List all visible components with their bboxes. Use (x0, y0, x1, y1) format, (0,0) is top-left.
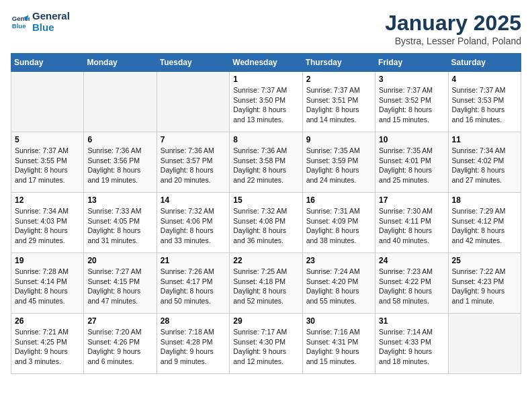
day-info: Sunrise: 7:35 AM Sunset: 3:59 PM Dayligh… (306, 146, 371, 185)
day-info: Sunrise: 7:26 AM Sunset: 4:17 PM Dayligh… (161, 267, 226, 306)
day-number: 4 (452, 75, 517, 84)
calendar-day-cell: 8Sunrise: 7:36 AM Sunset: 3:58 PM Daylig… (230, 132, 302, 193)
day-number: 15 (233, 195, 298, 205)
calendar-subtitle: Bystra, Lesser Poland, Poland (385, 36, 521, 46)
calendar-day-cell: 19Sunrise: 7:28 AM Sunset: 4:14 PM Dayli… (11, 253, 84, 314)
calendar-title: January 2025 (385, 11, 521, 36)
day-info: Sunrise: 7:14 AM Sunset: 4:33 PM Dayligh… (379, 327, 444, 367)
day-number: 12 (15, 195, 80, 205)
day-info: Sunrise: 7:32 AM Sunset: 4:06 PM Dayligh… (161, 206, 226, 246)
calendar-day-cell (11, 72, 84, 132)
day-number: 16 (306, 195, 371, 205)
day-info: Sunrise: 7:24 AM Sunset: 4:20 PM Dayligh… (306, 267, 371, 306)
day-number: 14 (161, 195, 226, 205)
calendar-day-cell: 25Sunrise: 7:22 AM Sunset: 4:23 PM Dayli… (448, 253, 521, 314)
day-info: Sunrise: 7:36 AM Sunset: 3:57 PM Dayligh… (161, 146, 226, 185)
day-info: Sunrise: 7:31 AM Sunset: 4:09 PM Dayligh… (306, 206, 371, 246)
calendar-day-cell: 20Sunrise: 7:27 AM Sunset: 4:15 PM Dayli… (84, 253, 157, 314)
day-number: 29 (233, 316, 298, 326)
calendar-day-cell: 4Sunrise: 7:37 AM Sunset: 3:53 PM Daylig… (448, 72, 521, 132)
calendar-day-cell: 18Sunrise: 7:29 AM Sunset: 4:12 PM Dayli… (448, 193, 521, 253)
calendar-day-cell: 26Sunrise: 7:21 AM Sunset: 4:25 PM Dayli… (11, 314, 84, 374)
day-number: 21 (161, 256, 226, 265)
day-info: Sunrise: 7:25 AM Sunset: 4:18 PM Dayligh… (233, 267, 298, 306)
calendar-day-cell: 30Sunrise: 7:16 AM Sunset: 4:31 PM Dayli… (302, 314, 375, 374)
calendar-week-row: 19Sunrise: 7:28 AM Sunset: 4:14 PM Dayli… (11, 253, 521, 314)
day-number: 20 (87, 256, 152, 265)
calendar-day-cell: 21Sunrise: 7:26 AM Sunset: 4:17 PM Dayli… (157, 253, 229, 314)
day-info: Sunrise: 7:23 AM Sunset: 4:22 PM Dayligh… (379, 267, 444, 306)
calendar-header-wednesday: Wednesday (230, 54, 302, 72)
day-info: Sunrise: 7:16 AM Sunset: 4:31 PM Dayligh… (306, 327, 371, 367)
logo-text-line1: General (32, 11, 70, 22)
day-info: Sunrise: 7:35 AM Sunset: 4:01 PM Dayligh… (379, 146, 444, 185)
day-info: Sunrise: 7:37 AM Sunset: 3:55 PM Dayligh… (15, 146, 80, 185)
day-number: 7 (161, 135, 226, 144)
calendar-header-tuesday: Tuesday (157, 54, 229, 72)
day-number: 26 (15, 316, 80, 326)
calendar-day-cell: 16Sunrise: 7:31 AM Sunset: 4:09 PM Dayli… (302, 193, 375, 253)
day-number: 2 (306, 75, 371, 84)
calendar-day-cell: 13Sunrise: 7:33 AM Sunset: 4:05 PM Dayli… (84, 193, 157, 253)
day-number: 9 (306, 135, 371, 144)
logo-text-line2: Blue (32, 22, 70, 34)
day-info: Sunrise: 7:36 AM Sunset: 3:56 PM Dayligh… (87, 146, 152, 185)
calendar-day-cell: 27Sunrise: 7:20 AM Sunset: 4:26 PM Dayli… (84, 314, 157, 374)
calendar-day-cell (448, 314, 521, 374)
calendar-day-cell (84, 72, 157, 132)
calendar-day-cell: 29Sunrise: 7:17 AM Sunset: 4:30 PM Dayli… (230, 314, 302, 374)
day-info: Sunrise: 7:36 AM Sunset: 3:58 PM Dayligh… (233, 146, 298, 185)
calendar-day-cell: 31Sunrise: 7:14 AM Sunset: 4:33 PM Dayli… (375, 314, 448, 374)
calendar-week-row: 26Sunrise: 7:21 AM Sunset: 4:25 PM Dayli… (11, 314, 521, 374)
calendar-day-cell: 10Sunrise: 7:35 AM Sunset: 4:01 PM Dayli… (375, 132, 448, 193)
day-number: 30 (306, 316, 371, 326)
day-info: Sunrise: 7:34 AM Sunset: 4:03 PM Dayligh… (15, 206, 80, 246)
calendar-table: SundayMondayTuesdayWednesdayThursdayFrid… (11, 53, 521, 374)
day-number: 31 (379, 316, 444, 326)
calendar-week-row: 1Sunrise: 7:37 AM Sunset: 3:50 PM Daylig… (11, 72, 521, 132)
calendar-header-row: SundayMondayTuesdayWednesdayThursdayFrid… (11, 54, 521, 72)
title-section: January 2025 Bystra, Lesser Poland, Pola… (385, 11, 521, 46)
day-number: 27 (87, 316, 152, 326)
svg-text:Blue: Blue (12, 21, 26, 29)
day-number: 13 (87, 195, 152, 205)
day-info: Sunrise: 7:22 AM Sunset: 4:23 PM Dayligh… (452, 267, 517, 306)
day-info: Sunrise: 7:37 AM Sunset: 3:53 PM Dayligh… (452, 85, 517, 125)
calendar-day-cell: 3Sunrise: 7:37 AM Sunset: 3:52 PM Daylig… (375, 72, 448, 132)
calendar-day-cell: 23Sunrise: 7:24 AM Sunset: 4:20 PM Dayli… (302, 253, 375, 314)
calendar-week-row: 12Sunrise: 7:34 AM Sunset: 4:03 PM Dayli… (11, 193, 521, 253)
day-info: Sunrise: 7:37 AM Sunset: 3:52 PM Dayligh… (379, 85, 444, 125)
calendar-day-cell: 12Sunrise: 7:34 AM Sunset: 4:03 PM Dayli… (11, 193, 84, 253)
calendar-header-friday: Friday (375, 54, 448, 72)
day-number: 6 (87, 135, 152, 144)
calendar-day-cell (157, 72, 229, 132)
day-number: 17 (379, 195, 444, 205)
calendar-day-cell: 11Sunrise: 7:34 AM Sunset: 4:02 PM Dayli… (448, 132, 521, 193)
calendar-day-cell: 9Sunrise: 7:35 AM Sunset: 3:59 PM Daylig… (302, 132, 375, 193)
day-number: 25 (452, 256, 517, 265)
day-number: 1 (233, 75, 298, 84)
day-info: Sunrise: 7:29 AM Sunset: 4:12 PM Dayligh… (452, 206, 517, 246)
day-number: 8 (233, 135, 298, 144)
day-info: Sunrise: 7:28 AM Sunset: 4:14 PM Dayligh… (15, 267, 80, 306)
calendar-day-cell: 5Sunrise: 7:37 AM Sunset: 3:55 PM Daylig… (11, 132, 84, 193)
calendar-week-row: 5Sunrise: 7:37 AM Sunset: 3:55 PM Daylig… (11, 132, 521, 193)
calendar-header-thursday: Thursday (302, 54, 375, 72)
day-info: Sunrise: 7:30 AM Sunset: 4:11 PM Dayligh… (379, 206, 444, 246)
day-number: 10 (379, 135, 444, 144)
day-info: Sunrise: 7:17 AM Sunset: 4:30 PM Dayligh… (233, 327, 298, 367)
day-info: Sunrise: 7:33 AM Sunset: 4:05 PM Dayligh… (87, 206, 152, 246)
calendar-day-cell: 7Sunrise: 7:36 AM Sunset: 3:57 PM Daylig… (157, 132, 229, 193)
calendar-header-monday: Monday (84, 54, 157, 72)
calendar-header-sunday: Sunday (11, 54, 84, 72)
calendar-day-cell: 24Sunrise: 7:23 AM Sunset: 4:22 PM Dayli… (375, 253, 448, 314)
day-info: Sunrise: 7:18 AM Sunset: 4:28 PM Dayligh… (161, 327, 226, 367)
logo: General Blue General Blue (11, 11, 70, 33)
day-info: Sunrise: 7:34 AM Sunset: 4:02 PM Dayligh… (452, 146, 517, 185)
calendar-day-cell: 6Sunrise: 7:36 AM Sunset: 3:56 PM Daylig… (84, 132, 157, 193)
day-number: 24 (379, 256, 444, 265)
calendar-day-cell: 15Sunrise: 7:32 AM Sunset: 4:08 PM Dayli… (230, 193, 302, 253)
day-number: 11 (452, 135, 517, 144)
day-info: Sunrise: 7:20 AM Sunset: 4:26 PM Dayligh… (87, 327, 152, 367)
calendar-day-cell: 2Sunrise: 7:37 AM Sunset: 3:51 PM Daylig… (302, 72, 375, 132)
